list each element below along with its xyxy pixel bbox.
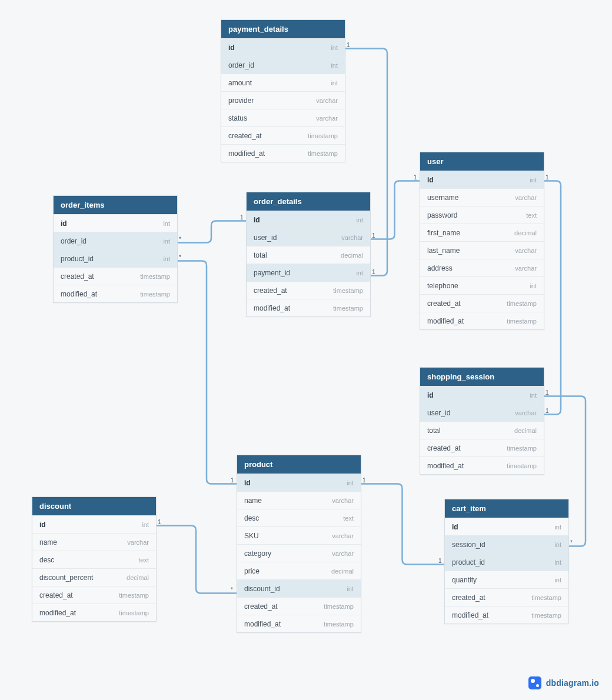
column-name: id	[244, 479, 251, 487]
table-shopping_session[interactable]: shopping_sessionidintuser_idvarchartotal…	[420, 367, 544, 475]
column-row[interactable]: order_idint	[221, 56, 345, 74]
column-row[interactable]: order_idint	[54, 232, 177, 249]
column-row[interactable]: addressvarchar	[420, 259, 544, 276]
column-name: total	[427, 426, 441, 435]
column-type: varchar	[515, 194, 537, 201]
column-type: varchar	[515, 265, 537, 272]
column-name: name	[39, 538, 57, 546]
column-row[interactable]: modified_attimestamp	[420, 456, 544, 474]
column-row[interactable]: idint	[32, 515, 156, 533]
column-row[interactable]: modified_attimestamp	[247, 299, 370, 316]
column-row[interactable]: product_idint	[54, 249, 177, 267]
column-row[interactable]: idint	[420, 386, 544, 404]
column-row[interactable]: idint	[237, 474, 361, 491]
column-row[interactable]: modified_attimestamp	[237, 615, 361, 632]
relation-line	[543, 181, 561, 415]
column-row[interactable]: modified_attimestamp	[420, 312, 544, 329]
column-row[interactable]: modified_attimestamp	[32, 604, 156, 621]
column-row[interactable]: idint	[445, 518, 568, 535]
table-header[interactable]: product	[237, 455, 361, 474]
column-row[interactable]: totaldecimal	[247, 246, 370, 264]
column-row[interactable]: created_attimestamp	[420, 439, 544, 456]
column-row[interactable]: session_idint	[445, 535, 568, 553]
relation-line	[370, 181, 420, 239]
column-row[interactable]: modified_attimestamp	[445, 606, 568, 624]
column-row[interactable]: modified_attimestamp	[221, 144, 345, 162]
column-row[interactable]: created_attimestamp	[54, 267, 177, 285]
column-type: varchar	[332, 550, 354, 557]
cardinality-label: 1	[546, 389, 549, 396]
column-name: created_at	[254, 286, 287, 295]
column-row[interactable]: statusvarchar	[221, 109, 345, 126]
table-header[interactable]: order_items	[54, 196, 177, 214]
column-row[interactable]: totaldecimal	[420, 421, 544, 439]
column-name: category	[244, 549, 271, 558]
column-row[interactable]: discount_idint	[237, 579, 361, 597]
column-row[interactable]: pricedecimal	[237, 562, 361, 579]
cardinality-label: *	[179, 254, 181, 261]
column-name: product_id	[61, 255, 94, 263]
column-row[interactable]: idint	[247, 211, 370, 228]
column-type: timestamp	[333, 287, 363, 294]
column-row[interactable]: SKUvarchar	[237, 526, 361, 544]
table-header[interactable]: shopping_session	[420, 368, 544, 386]
column-row[interactable]: namevarchar	[32, 533, 156, 551]
table-order_items[interactable]: order_itemsidintorder_idintproduct_idint…	[53, 195, 178, 303]
column-row[interactable]: desctext	[32, 551, 156, 568]
column-row[interactable]: providervarchar	[221, 91, 345, 109]
column-row[interactable]: categoryvarchar	[237, 544, 361, 562]
column-row[interactable]: discount_percentdecimal	[32, 568, 156, 586]
column-row[interactable]: payment_idint	[247, 264, 370, 281]
table-discount[interactable]: discountidintnamevarchardesctextdiscount…	[32, 496, 157, 622]
table-header[interactable]: discount	[32, 497, 156, 515]
column-type: int	[331, 62, 338, 69]
column-type: decimal	[514, 229, 537, 236]
column-row[interactable]: created_attimestamp	[420, 294, 544, 312]
column-row[interactable]: user_idvarchar	[420, 404, 544, 421]
cardinality-label: 1	[372, 269, 375, 275]
column-row[interactable]: quantityint	[445, 571, 568, 588]
column-row[interactable]: idint	[221, 38, 345, 56]
cardinality-label: 1	[546, 174, 549, 181]
column-row[interactable]: created_attimestamp	[247, 281, 370, 299]
column-row[interactable]: created_attimestamp	[445, 588, 568, 606]
cardinality-label: *	[231, 586, 233, 593]
column-row[interactable]: created_attimestamp	[237, 597, 361, 615]
column-row[interactable]: amountint	[221, 74, 345, 91]
table-product[interactable]: productidintnamevarchardesctextSKUvarcha…	[237, 455, 361, 633]
cardinality-label: 1	[231, 477, 234, 484]
column-type: int	[163, 238, 170, 245]
column-row[interactable]: idint	[54, 214, 177, 232]
column-row[interactable]: first_namedecimal	[420, 224, 544, 241]
table-user[interactable]: useridintusernamevarcharpasswordtextfirs…	[420, 152, 544, 330]
column-row[interactable]: last_namevarchar	[420, 241, 544, 259]
column-type: timestamp	[308, 132, 338, 139]
column-name: status	[228, 114, 247, 122]
column-row[interactable]: created_attimestamp	[32, 586, 156, 604]
column-name: modified_at	[254, 304, 290, 312]
diagram-canvas[interactable]: dbdiagram.io payment_detailsidintorder_i…	[0, 0, 612, 700]
table-payment_details[interactable]: payment_detailsidintorder_idintamountint…	[221, 19, 345, 162]
table-cart_item[interactable]: cart_itemidintsession_idintproduct_idint…	[444, 499, 569, 624]
column-row[interactable]: usernamevarchar	[420, 188, 544, 206]
column-row[interactable]: telephoneint	[420, 276, 544, 294]
column-row[interactable]: idint	[420, 171, 544, 188]
column-row[interactable]: user_idvarchar	[247, 228, 370, 246]
column-row[interactable]: namevarchar	[237, 491, 361, 509]
column-type: varchar	[515, 247, 537, 254]
column-row[interactable]: passwordtext	[420, 206, 544, 224]
column-type: timestamp	[531, 594, 561, 601]
column-type: timestamp	[333, 305, 363, 312]
table-header[interactable]: order_details	[247, 192, 370, 211]
column-name: telephone	[427, 282, 458, 290]
table-header[interactable]: payment_details	[221, 20, 345, 38]
column-row[interactable]: modified_attimestamp	[54, 285, 177, 302]
column-type: int	[331, 44, 338, 51]
column-name: order_id	[61, 237, 87, 245]
column-row[interactable]: desctext	[237, 509, 361, 526]
column-row[interactable]: created_attimestamp	[221, 126, 345, 144]
table-header[interactable]: cart_item	[445, 499, 568, 518]
column-row[interactable]: product_idint	[445, 553, 568, 571]
table-order_details[interactable]: order_detailsidintuser_idvarchartotaldec…	[246, 192, 371, 317]
table-header[interactable]: user	[420, 152, 544, 171]
